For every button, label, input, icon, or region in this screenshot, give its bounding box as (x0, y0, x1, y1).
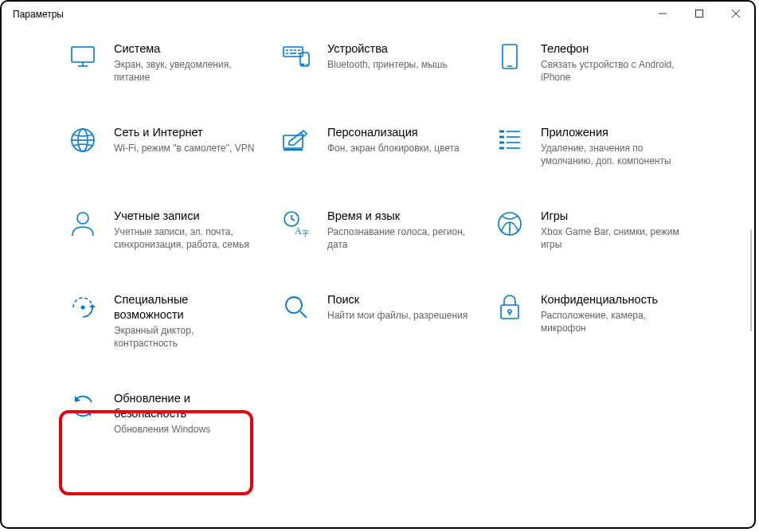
tile-title: Устройства (327, 41, 448, 57)
scrollbar[interactable] (749, 27, 752, 523)
tile-title: Игры (541, 209, 684, 224)
tile-subtitle: Удаление, значения по умолчанию, доп. ко… (541, 142, 684, 167)
titlebar: Параметры (2, 2, 754, 27)
tiles-grid: Система Экран, звук, уведомления, питани… (69, 41, 730, 477)
svg-text:A: A (295, 225, 302, 237)
personalization-icon (283, 127, 310, 154)
tile-subtitle: Обновления Windows (114, 423, 257, 436)
tile-gaming[interactable]: Игры Xbox Game Bar, снимки, режим игры (496, 209, 710, 251)
tile-phone[interactable]: Телефон Связать устройство с Android, iP… (496, 41, 710, 84)
tile-devices[interactable]: Устройства Bluetooth, принтеры, мышь (283, 41, 496, 84)
tile-title: Поиск (327, 292, 468, 307)
tile-privacy[interactable]: Конфиденциальность Расположение, камера,… (496, 292, 710, 350)
scroll-thumb[interactable] (750, 229, 752, 331)
tile-network[interactable]: Сеть и Интернет Wi-Fi, режим "в самолете… (69, 125, 283, 167)
settings-window: Параметры (0, 0, 756, 529)
tile-time[interactable]: A 字 Время и язык Распознавание голоса, р… (283, 209, 496, 251)
tile-subtitle: Экранный диктор, контрастность (114, 324, 257, 350)
network-icon (69, 127, 96, 154)
tile-apps[interactable]: Приложения Удаление, значения по умолчан… (496, 125, 710, 167)
accounts-icon (69, 210, 96, 237)
update-icon (69, 393, 96, 420)
tile-search[interactable]: Поиск Найти мои файлы, разрешения (283, 292, 496, 350)
tile-title: Система (114, 41, 257, 57)
tile-title: Учетные записи (114, 209, 257, 224)
tile-subtitle: Найти мои файлы, разрешения (327, 309, 468, 322)
svg-text:字: 字 (302, 229, 309, 237)
tile-personalization[interactable]: Персонализация Фон, экран блокировки, цв… (283, 125, 496, 167)
tile-subtitle: Фон, экран блокировки, цвета (327, 142, 460, 155)
svg-point-48 (508, 310, 511, 313)
tile-subtitle: Учетные записи, эл. почта, синхронизация… (114, 225, 257, 251)
gaming-icon (496, 210, 523, 237)
tile-title: Приложения (541, 125, 684, 140)
svg-point-35 (77, 213, 88, 224)
close-button[interactable] (718, 2, 754, 25)
svg-line-38 (291, 219, 295, 221)
svg-point-17 (303, 64, 303, 65)
time-icon: A 字 (283, 210, 310, 237)
tile-system[interactable]: Система Экран, звук, уведомления, питани… (69, 41, 283, 84)
tile-subtitle: Распознавание голоса, регион, дата (327, 225, 471, 251)
tile-title: Сеть и Интернет (114, 125, 254, 140)
tile-update[interactable]: Обновление и безопасность Обновления Win… (69, 391, 283, 436)
tile-subtitle: Wi-Fi, режим "в самолете", VPN (114, 142, 254, 155)
privacy-icon (496, 294, 523, 321)
svg-point-45 (286, 297, 302, 313)
tile-subtitle: Xbox Game Bar, снимки, режим игры (541, 225, 684, 251)
svg-rect-1 (696, 10, 703, 18)
tile-accounts[interactable]: Учетные записи Учетные записи, эл. почта… (69, 209, 283, 251)
svg-marker-43 (89, 304, 96, 307)
svg-rect-47 (501, 305, 518, 319)
svg-point-44 (81, 306, 85, 310)
svg-rect-24 (284, 135, 303, 148)
tile-subtitle: Связать устройство с Android, iPhone (541, 58, 684, 84)
tile-title: Время и язык (327, 209, 471, 224)
system-icon (69, 43, 96, 70)
tile-subtitle: Расположение, камера, микрофон (541, 309, 684, 334)
devices-icon (283, 43, 310, 70)
tile-title: Обновление и безопасность (114, 391, 257, 421)
accessibility-icon (69, 294, 96, 321)
tile-subtitle: Bluetooth, принтеры, мышь (327, 58, 448, 71)
window-controls (644, 2, 754, 27)
search-icon (283, 294, 310, 321)
minimize-button[interactable] (644, 2, 681, 25)
tile-subtitle: Экран, звук, уведомления, питание (114, 58, 257, 84)
maximize-button[interactable] (681, 2, 718, 25)
apps-icon (496, 127, 523, 154)
svg-rect-4 (72, 47, 94, 62)
tile-title: Конфиденциальность (541, 292, 684, 307)
svg-rect-19 (503, 45, 517, 68)
tile-accessibility[interactable]: Специальные возможности Экранный диктор,… (69, 292, 283, 350)
tile-title: Специальные возможности (114, 292, 257, 323)
content-area: Система Экран, звук, уведомления, питани… (2, 27, 754, 527)
tile-title: Персонализация (327, 125, 460, 140)
window-title: Параметры (13, 9, 64, 20)
tile-title: Телефон (541, 41, 684, 57)
phone-icon (496, 43, 523, 70)
svg-point-16 (301, 64, 302, 65)
svg-line-46 (300, 311, 307, 318)
